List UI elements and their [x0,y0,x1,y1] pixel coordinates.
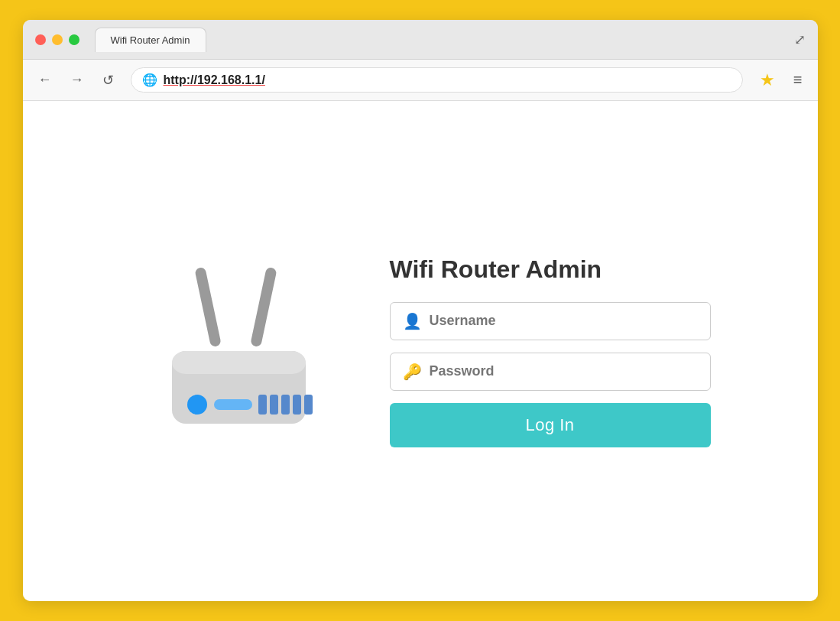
svg-rect-5 [214,399,252,410]
username-input-wrapper[interactable]: 👤 [390,302,711,340]
form-title: Wifi Router Admin [390,255,711,284]
svg-rect-7 [270,395,278,415]
password-icon: 🔑 [403,363,422,381]
maximize-button[interactable] [69,34,79,45]
globe-icon: 🌐 [142,73,157,87]
svg-rect-8 [281,395,290,415]
back-button[interactable]: ← [32,67,58,93]
traffic-lights [35,34,79,45]
svg-rect-10 [304,395,313,415]
expand-icon[interactable]: ⤢ [794,31,806,48]
login-button[interactable]: Log In [390,403,711,447]
svg-rect-0 [194,267,222,348]
router-svg [130,244,344,458]
bookmark-button[interactable]: ★ [754,67,781,93]
router-illustration [130,244,344,458]
password-input[interactable] [430,363,698,379]
forward-button[interactable]: → [64,67,90,93]
tab-label: Wifi Router Admin [111,34,190,46]
address-bar[interactable]: 🌐 http://192.168.1.1/ [131,67,743,93]
svg-rect-3 [172,351,306,374]
svg-rect-1 [250,267,277,348]
browser-window: Wifi Router Admin ⤢ ← → ↺ 🌐 http://192.1… [23,20,818,601]
active-tab[interactable]: Wifi Router Admin [95,28,206,52]
url-text: http://192.168.1.1/ [164,73,265,87]
minimize-button[interactable] [52,34,63,45]
tab-area: Wifi Router Admin [89,28,788,52]
svg-point-4 [187,395,207,415]
username-icon: 👤 [403,312,422,330]
page-content: Wifi Router Admin 👤 🔑 Log In [23,101,818,601]
login-form: Wifi Router Admin 👤 🔑 Log In [390,255,711,447]
svg-rect-6 [258,395,267,415]
nav-bar: ← → ↺ 🌐 http://192.168.1.1/ ★ ≡ [23,60,818,101]
close-button[interactable] [35,34,46,45]
svg-rect-9 [293,395,301,415]
title-bar: Wifi Router Admin ⤢ [23,20,818,60]
username-input[interactable] [430,313,698,329]
password-input-wrapper[interactable]: 🔑 [390,353,711,391]
menu-button[interactable]: ≡ [787,67,809,93]
reload-button[interactable]: ↺ [96,67,120,93]
